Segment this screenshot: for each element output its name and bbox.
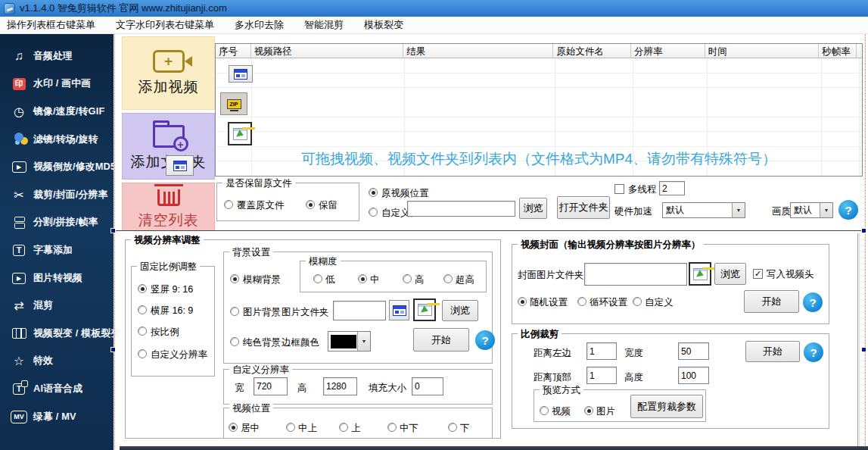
help-icon-crop[interactable] — [804, 342, 823, 362]
radio-keep-original[interactable] — [306, 200, 315, 209]
radio-blur-high[interactable] — [403, 274, 412, 283]
help-icon-options[interactable] — [838, 200, 858, 220]
clear-list-button[interactable]: 清空列表 — [122, 183, 215, 231]
radio-position-mid-top[interactable] — [286, 423, 295, 432]
border-color-select[interactable] — [328, 331, 371, 352]
add-video-button[interactable]: + 添加视频 — [122, 36, 215, 110]
write-header-checkbox[interactable] — [753, 269, 763, 279]
multithread-checkbox[interactable] — [614, 184, 624, 194]
send-window-icon — [418, 304, 432, 316]
scissors-icon: ✂ — [10, 187, 28, 202]
hw-accel-select[interactable]: 默认 — [662, 202, 745, 218]
radio-portrait-9-16[interactable] — [138, 284, 147, 293]
start-crop-button[interactable]: 开始 — [745, 341, 800, 362]
radio-by-ratio[interactable] — [138, 327, 147, 336]
dropdown-arrow-icon[interactable] — [732, 203, 745, 217]
custom-width-input[interactable]: 720 — [254, 377, 288, 395]
radio-overwrite-original[interactable] — [224, 200, 233, 209]
radio-image-background[interactable] — [230, 307, 239, 316]
window-title: v1.1.4.0 智兔剪辑软件 官网 www.zhitujianji.com — [20, 2, 227, 15]
panel-separator — [116, 230, 866, 231]
start-cover-button[interactable]: 开始 — [744, 290, 799, 313]
sidebar-item-image-to-video[interactable]: ▶ 图片转视频 — [0, 264, 114, 292]
browse-location-button[interactable]: 浏览 — [519, 198, 547, 219]
sidebar-item-mix-cut[interactable]: ⇄ 混剪 — [0, 292, 114, 320]
radio-position-center[interactable] — [229, 423, 238, 432]
radio-position-top[interactable] — [339, 423, 348, 432]
column-header-fps[interactable]: 秒帧率 — [819, 44, 857, 58]
custom-height-input[interactable]: 1280 — [323, 377, 357, 395]
custom-location-input[interactable] — [407, 201, 515, 217]
radio-preview-video[interactable] — [540, 406, 549, 415]
radio-blur-low[interactable] — [313, 274, 322, 283]
radio-cover-random[interactable] — [518, 297, 527, 306]
sidebar-item-filter-transition[interactable]: 滤镜/转场/旋转 — [0, 126, 114, 154]
radio-position-bottom[interactable] — [448, 423, 457, 432]
radio-custom-resolution[interactable] — [138, 349, 147, 358]
configure-crop-params-button[interactable]: 配置剪裁参数 — [630, 395, 703, 418]
radio-blur-medium[interactable] — [358, 274, 367, 283]
crop-top-input[interactable]: 1 — [586, 367, 617, 384]
menu-item-list-context[interactable]: 操作列表框右键菜单 — [7, 18, 95, 32]
radio-original-location[interactable] — [369, 188, 378, 197]
titlebar[interactable]: v1.1.4.0 智兔剪辑软件 官网 www.zhitujianji.com — [0, 0, 868, 17]
menu-item-text-watermark-context[interactable]: 文字水印列表右键菜单 — [116, 18, 214, 32]
zip-drive-icon: ZIP — [227, 99, 241, 109]
image-folder-input[interactable] — [333, 301, 386, 320]
shuffle-icon: ⇄ — [10, 298, 28, 314]
sidebar-item-split-merge-fps[interactable]: 分割/拼接/帧率 — [0, 209, 114, 237]
radio-blur-ultra[interactable] — [443, 274, 453, 283]
crop-height-input[interactable]: 100 — [678, 367, 709, 384]
designer-handle — [861, 347, 866, 352]
crop-width-input[interactable]: 50 — [678, 342, 709, 360]
padding-size-input[interactable]: 0 — [412, 377, 443, 395]
sidebar-item-video-fission[interactable]: 视频裂变 / 模板裂变 — [0, 320, 114, 348]
help-icon-resolution[interactable] — [475, 330, 495, 350]
radio-preview-image[interactable] — [584, 406, 593, 415]
radio-solid-background[interactable] — [230, 337, 239, 346]
window-dialog-button[interactable] — [166, 155, 194, 176]
column-header-resolution[interactable]: 分辨率 — [631, 44, 705, 58]
radio-blur-background[interactable] — [230, 274, 239, 283]
window-dialog-button-2[interactable] — [229, 65, 253, 83]
cover-folder-send-button[interactable] — [689, 262, 711, 286]
send-to-window-button[interactable] — [228, 122, 252, 145]
help-icon-cover[interactable] — [803, 292, 823, 312]
radio-cover-loop[interactable] — [577, 297, 586, 306]
sidebar-item-effects[interactable]: ☆ 特效 — [0, 348, 114, 376]
multithread-input[interactable]: 2 — [659, 181, 685, 195]
sidebar-item-crop-cover-resolution[interactable]: ✂ 裁剪/封面/分辨率 — [0, 181, 114, 209]
radio-cover-custom[interactable] — [633, 297, 642, 306]
sidebar-item-audio[interactable]: ♫ 音频处理 — [0, 42, 114, 70]
sidebar-item-mirror-speed-gif[interactable]: ◷ 镜像/速度/转GIF — [0, 98, 114, 126]
column-header-result[interactable]: 结果 — [403, 44, 553, 58]
dropdown-arrow-icon[interactable] — [357, 332, 370, 351]
dropdown-arrow-icon[interactable] — [820, 203, 832, 217]
radio-custom-location[interactable] — [369, 208, 378, 217]
open-folder-button[interactable]: 打开文件夹 — [557, 196, 610, 219]
sidebar-item-watermark[interactable]: 印 水印 / 画中画 — [0, 70, 114, 98]
column-header-time[interactable]: 时间 — [705, 44, 819, 58]
crop-left-input[interactable]: 1 — [586, 342, 617, 360]
radio-position-mid-bottom[interactable] — [387, 423, 397, 432]
browse-cover-folder-button[interactable]: 浏览 — [714, 263, 746, 285]
sidebar-item-subtitle[interactable]: T 字幕添加 — [0, 236, 114, 264]
sidebar-item-greenscreen-mv[interactable]: MV 绿幕 / MV — [0, 403, 114, 431]
column-header-path[interactable]: 视频路径 — [251, 44, 403, 58]
radio-landscape-16-9[interactable] — [138, 305, 147, 314]
menu-item-smart-mix[interactable]: 智能混剪 — [304, 18, 344, 32]
image-folder-send-button[interactable] — [413, 298, 436, 321]
menu-item-multi-watermark-remove[interactable]: 多水印去除 — [235, 18, 284, 32]
column-header-index[interactable]: 序号 — [216, 44, 251, 58]
start-resolution-button[interactable]: 开始 — [413, 328, 469, 352]
sidebar-item-reverse-md5[interactable]: ▶ 视频倒放/修改MD5 — [0, 153, 114, 181]
cover-folder-input[interactable] — [584, 263, 687, 286]
quality-select[interactable]: 默认 — [790, 202, 833, 218]
column-header-filename[interactable]: 原始文件名 — [553, 44, 631, 58]
browse-image-folder-button[interactable]: 浏览 — [442, 300, 478, 321]
image-folder-dialog-button[interactable] — [389, 300, 409, 320]
zip-drive-button[interactable]: ZIP — [220, 92, 247, 115]
sidebar-item-ai-voice[interactable]: T AI语音合成 — [0, 375, 114, 403]
video-fission-icon — [10, 326, 28, 341]
menu-item-template-fission[interactable]: 模板裂变 — [364, 18, 403, 32]
